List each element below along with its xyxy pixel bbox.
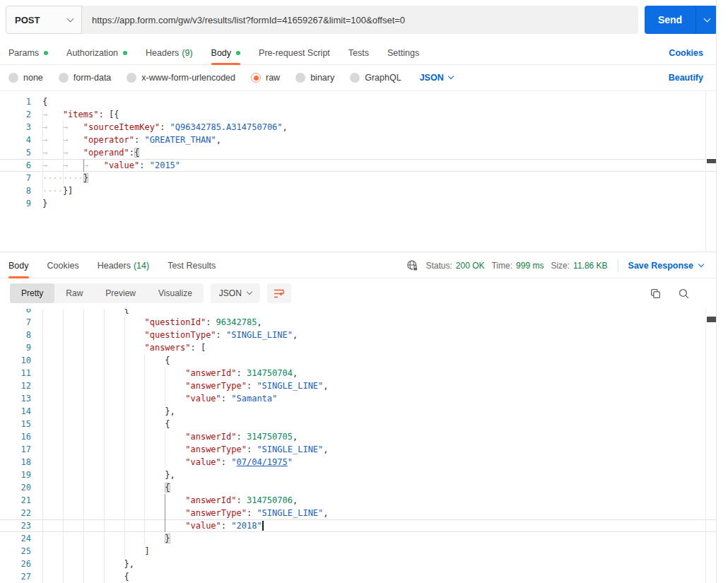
wrap-lines-button[interactable] — [267, 283, 291, 303]
tab-params[interactable]: Params — [8, 41, 48, 64]
code-content: "questionId": 96342785, — [42, 316, 716, 329]
code-line[interactable]: 8····}] — [0, 184, 716, 197]
beautify-link[interactable]: Beautify — [669, 73, 703, 83]
code-line[interactable]: 15{ — [0, 418, 716, 430]
response-language-select[interactable]: JSON — [211, 283, 260, 303]
code-line[interactable]: 8"questionType": "SINGLE_LINE", — [0, 329, 716, 341]
radio-label: binary — [310, 73, 334, 83]
response-tab-test-results[interactable]: Test Results — [168, 253, 216, 278]
indent-guide — [124, 469, 145, 481]
response-editor-scrollbar[interactable] — [705, 309, 716, 583]
tab-pre-request-script[interactable]: Pre-request Script — [259, 41, 330, 64]
code-line[interactable]: 17"answerType": "SINGLE_LINE", — [0, 443, 716, 456]
code-line[interactable]: 12"answerType": "SINGLE_LINE", — [0, 379, 716, 392]
code-line[interactable]: 2→"items": [{ — [0, 108, 716, 121]
search-response-button[interactable] — [674, 285, 693, 302]
code-content: →→"operand":{ — [42, 146, 716, 159]
response-body-editor[interactable]: 6{7"questionId": 96342785,8"questionType… — [0, 309, 716, 583]
bracket-match: } — [165, 534, 170, 543]
code-line[interactable]: 26}, — [0, 558, 716, 570]
tab-body[interactable]: Body — [211, 41, 241, 64]
cookies-link[interactable]: Cookies — [669, 48, 703, 58]
token-p: : [ — [190, 343, 206, 353]
code-line[interactable]: 10{ — [0, 354, 716, 367]
code-line[interactable]: 16"answerId": 314750705, — [0, 430, 716, 443]
tab-label: Test Results — [168, 261, 216, 271]
code-line[interactable]: 22"answerType": "SINGLE_LINE", — [0, 507, 716, 519]
code-line[interactable]: 1{ — [0, 95, 716, 108]
token-k: "answers" — [144, 343, 190, 353]
tab-tests[interactable]: Tests — [348, 41, 369, 64]
token-k: "answerType" — [185, 381, 247, 391]
code-line[interactable]: 18"value": "07/04/1975" — [0, 456, 716, 469]
code-line[interactable]: 7"questionId": 96342785, — [0, 316, 716, 329]
scrollbar-thumb[interactable] — [707, 159, 716, 163]
code-line[interactable]: 21"answerId": 314750706, — [0, 494, 716, 507]
save-response-button[interactable]: Save Response — [628, 261, 703, 271]
url-input[interactable] — [82, 6, 638, 34]
code-line[interactable]: 25] — [0, 545, 716, 558]
indent-guide — [144, 367, 165, 379]
token-s: "Q96342785.A314750706" — [170, 122, 283, 132]
code-line[interactable]: 19}, — [0, 469, 716, 481]
code-line[interactable]: 9"answers": [ — [0, 341, 716, 354]
tab-headers[interactable]: Headers(9) — [146, 41, 193, 64]
send-options-button[interactable] — [696, 6, 717, 34]
line-number: 4 — [0, 134, 31, 146]
indent-guide — [144, 469, 165, 481]
code-line[interactable]: 27{ — [0, 570, 716, 583]
code-line[interactable]: 5→→"operand":{ — [0, 146, 716, 159]
radio-option-binary[interactable]: binary — [295, 73, 334, 83]
wrap-lines-icon — [274, 288, 285, 299]
radio-option-none[interactable]: none — [8, 73, 43, 83]
chevron-down-icon — [703, 15, 710, 22]
tab-settings[interactable]: Settings — [387, 41, 419, 64]
code-line[interactable]: 3→→"sourceItemKey": "Q96342785.A31475070… — [0, 121, 716, 134]
indent-guide — [144, 405, 165, 418]
radio-option-graphql[interactable]: GraphQL — [350, 73, 401, 83]
code-line[interactable]: 4→→"operator": "GREATER_THAN", — [0, 134, 716, 146]
token-k: "value" — [104, 160, 140, 170]
indent-guide — [104, 329, 124, 341]
radio-option-x-www-form-urlencoded[interactable]: x-www-form-urlencoded — [127, 73, 235, 83]
radio-unselected-icon — [350, 73, 360, 83]
code-line[interactable]: 7········} — [0, 172, 716, 184]
view-tab-preview[interactable]: Preview — [94, 283, 147, 303]
code-line[interactable]: 24} — [0, 532, 716, 545]
indent-guide — [124, 341, 145, 354]
indent-guide — [42, 519, 63, 532]
request-body-editor[interactable]: 1{2→"items": [{3→→"sourceItemKey": "Q963… — [0, 90, 716, 252]
postman-window: POST Send ParamsAuthorizationHeaders(9)B… — [0, 0, 728, 583]
radio-option-raw[interactable]: raw — [251, 73, 280, 83]
indent-guide — [104, 519, 124, 532]
copy-response-button[interactable] — [645, 285, 665, 302]
view-tab-pretty[interactable]: Pretty — [10, 283, 54, 303]
token-p: : — [247, 444, 257, 454]
response-tab-body[interactable]: Body — [8, 253, 29, 278]
tab-authorization[interactable]: Authorization — [66, 41, 127, 64]
indent-guide — [124, 354, 145, 367]
code-line[interactable]: 9} — [0, 197, 716, 210]
code-line[interactable]: 23"value": "2018" — [0, 519, 716, 532]
view-tab-visualize[interactable]: Visualize — [147, 283, 204, 303]
method-select[interactable]: POST — [6, 6, 82, 34]
scrollbar-thumb[interactable] — [707, 317, 716, 322]
indent-guide — [144, 456, 165, 469]
send-button[interactable]: Send — [645, 6, 696, 34]
view-tab-raw[interactable]: Raw — [54, 283, 94, 303]
code-line[interactable]: 20{ — [0, 481, 716, 494]
request-editor-scrollbar[interactable] — [705, 90, 716, 252]
radio-option-form-data[interactable]: form-data — [59, 73, 112, 83]
token-p: { — [165, 419, 170, 429]
line-number: 22 — [0, 507, 31, 519]
code-line[interactable]: 14}, — [0, 405, 716, 418]
response-tab-cookies[interactable]: Cookies — [47, 253, 79, 278]
indent-guide — [124, 430, 145, 443]
code-line[interactable]: 13"value": "Samanta" — [0, 392, 716, 405]
response-tab-headers[interactable]: Headers(14) — [98, 253, 149, 278]
token-k: "answerId" — [185, 432, 236, 442]
code-line[interactable]: 6{ — [0, 309, 716, 316]
code-line[interactable]: 11"answerId": 314750704, — [0, 367, 716, 379]
request-language-select[interactable]: JSON — [420, 73, 453, 83]
code-line[interactable]: 6→→→"value": "2015" — [0, 159, 716, 172]
